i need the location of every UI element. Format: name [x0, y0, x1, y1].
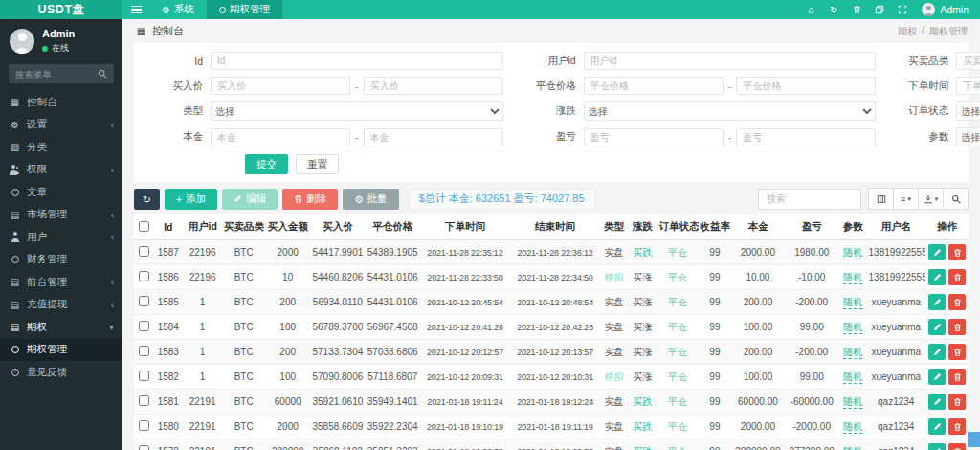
edit-row-button[interactable]	[928, 394, 946, 410]
column-header[interactable]: 参数	[839, 214, 867, 240]
column-header[interactable]: Id	[153, 214, 183, 240]
column-header[interactable]: 收益率	[699, 214, 732, 240]
id-input[interactable]	[211, 52, 503, 70]
column-header[interactable]: 涨跌	[628, 214, 657, 240]
column-header[interactable]: 类型	[600, 214, 628, 240]
refresh-icon[interactable]: ↻	[822, 0, 845, 19]
row-checkbox[interactable]	[139, 246, 149, 257]
param-link[interactable]: 随机	[843, 247, 862, 259]
delete-row-button[interactable]	[948, 344, 966, 360]
edit-row-button[interactable]	[928, 244, 946, 260]
buy-price-max-input[interactable]	[364, 77, 503, 95]
param-link[interactable]: 随机	[843, 297, 862, 309]
order-status-select[interactable]: 选择	[956, 101, 980, 121]
user-menu[interactable]: Admin	[914, 3, 980, 16]
sidebar-search-input[interactable]	[15, 69, 98, 79]
edit-button[interactable]: 编辑	[222, 189, 278, 210]
submit-button[interactable]: 提交	[245, 154, 288, 174]
row-checkbox[interactable]	[139, 271, 149, 281]
param-link[interactable]: 随机	[843, 421, 862, 434]
column-header[interactable]: 结束时间	[510, 214, 600, 240]
column-header[interactable]: 订单状态	[657, 214, 699, 240]
windows-icon[interactable]	[868, 0, 891, 19]
param-select[interactable]: 选择	[956, 127, 980, 146]
edit-row-button[interactable]	[928, 443, 946, 450]
param-link[interactable]: 随机	[843, 322, 862, 334]
sidebar-item-categories[interactable]: 分类	[0, 136, 122, 159]
buy-price-min-input[interactable]	[211, 77, 350, 95]
row-checkbox[interactable]	[139, 321, 149, 331]
row-checkbox[interactable]	[139, 420, 149, 431]
sidebar-item-options-manage[interactable]: 期权管理	[0, 339, 122, 362]
delete-row-button[interactable]	[948, 418, 966, 435]
profit-min-input[interactable]	[584, 128, 724, 146]
table-search-button[interactable]	[943, 188, 969, 210]
top-tab-options-manage[interactable]: 期权管理	[207, 0, 282, 19]
delete-row-button[interactable]	[948, 369, 966, 385]
param-link[interactable]: 随机	[843, 347, 862, 359]
trash-icon[interactable]	[845, 0, 868, 19]
sidebar-item-finance-manage[interactable]: 财务管理	[0, 249, 122, 272]
order-time-input[interactable]	[956, 77, 980, 95]
direction-select[interactable]: 选择	[584, 101, 877, 121]
sidebar-item-settings[interactable]: 设置‹	[0, 114, 122, 137]
row-checkbox[interactable]	[139, 346, 149, 356]
column-header[interactable]: 平仓价格	[366, 214, 420, 240]
type-select[interactable]: 选择	[211, 101, 503, 121]
toggle-view-button[interactable]	[868, 188, 894, 210]
delete-row-button[interactable]	[948, 244, 966, 260]
column-header[interactable]: 本金	[731, 214, 784, 240]
param-link[interactable]: 随机	[843, 272, 862, 284]
edit-row-button[interactable]	[928, 319, 946, 335]
delete-row-button[interactable]	[948, 269, 966, 285]
principal-max-input[interactable]	[364, 128, 503, 146]
sidebar-item-options[interactable]: 期权▾	[0, 316, 122, 339]
column-header[interactable]: 下单时间	[420, 214, 510, 240]
home-icon[interactable]: ⌂	[799, 0, 822, 19]
sidebar-item-articles[interactable]: 文章	[0, 181, 122, 204]
principal-min-input[interactable]	[211, 128, 350, 146]
edit-row-button[interactable]	[928, 369, 946, 385]
delete-button[interactable]: 删除	[282, 189, 338, 210]
profit-max-input[interactable]	[736, 128, 876, 146]
float-widget[interactable]	[968, 432, 980, 447]
sidebar-item-dashboard[interactable]: 控制台	[0, 91, 122, 114]
columns-button[interactable]: ≡▾	[893, 188, 919, 210]
column-header[interactable]: 买卖品类	[222, 214, 265, 240]
delete-row-button[interactable]	[948, 319, 966, 335]
row-checkbox[interactable]	[139, 371, 149, 381]
column-header[interactable]: 操作	[925, 214, 969, 240]
refresh-button[interactable]: ↻	[134, 189, 160, 210]
export-button[interactable]: ▾	[918, 188, 944, 210]
edit-row-button[interactable]	[928, 269, 946, 285]
column-header[interactable]: 买入价	[310, 214, 365, 240]
edit-row-button[interactable]	[928, 418, 946, 435]
sidebar-item-frontend-manage[interactable]: 前台管理‹	[0, 271, 122, 294]
sidebar-item-users[interactable]: 用户‹	[0, 226, 122, 249]
close-price-min-input[interactable]	[584, 77, 724, 95]
sidebar-toggle-button[interactable]	[122, 0, 149, 19]
sidebar-item-permissions[interactable]: 权限‹	[0, 159, 122, 182]
fullscreen-icon[interactable]	[891, 0, 914, 19]
user-id-input[interactable]	[584, 52, 877, 70]
sidebar-item-recharge-withdraw[interactable]: 充值提现‹	[0, 294, 122, 317]
sidebar-item-feedback[interactable]: 意见反馈	[0, 361, 122, 384]
sidebar-item-market-manage[interactable]: 市场管理‹	[0, 204, 122, 227]
edit-row-button[interactable]	[928, 344, 946, 360]
breadcrumb-section[interactable]: 期权	[898, 25, 917, 38]
add-button[interactable]: +添加	[165, 189, 217, 210]
column-header[interactable]: 盈亏	[785, 214, 839, 240]
batch-button[interactable]: ⚙批量	[343, 189, 398, 210]
top-tab-system[interactable]: ⚙系统	[149, 0, 207, 19]
column-header[interactable]: 用户id	[183, 214, 222, 240]
row-checkbox[interactable]	[139, 296, 149, 306]
close-price-max-input[interactable]	[736, 77, 876, 95]
param-link[interactable]: 随机	[843, 371, 862, 384]
row-checkbox[interactable]	[139, 395, 149, 406]
delete-row-button[interactable]	[948, 294, 966, 310]
param-link[interactable]: 随机	[843, 396, 862, 409]
category-input[interactable]	[956, 52, 980, 70]
delete-row-button[interactable]	[948, 394, 966, 410]
param-link[interactable]: 随机	[843, 446, 862, 450]
reset-button[interactable]: 重置	[296, 154, 339, 174]
